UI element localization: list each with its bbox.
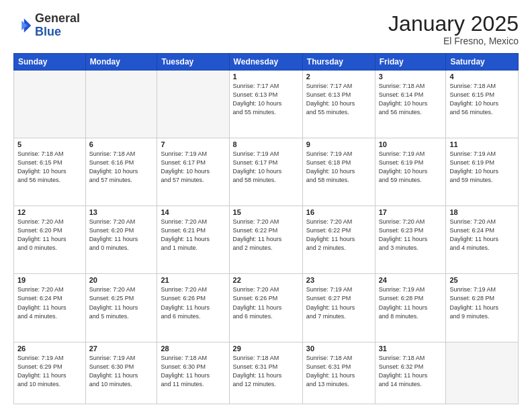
- day-info: Sunrise: 7:20 AMSunset: 6:20 PMDaylight:…: [89, 218, 154, 253]
- calendar-cell: 20Sunrise: 7:20 AMSunset: 6:25 PMDayligh…: [85, 274, 157, 342]
- day-number: 9: [306, 140, 371, 148]
- day-number: 19: [17, 276, 82, 284]
- day-info: Sunrise: 7:18 AMSunset: 6:16 PMDaylight:…: [89, 150, 154, 185]
- calendar-cell: 28Sunrise: 7:18 AMSunset: 6:30 PMDayligh…: [157, 342, 229, 404]
- calendar-week-row: 1Sunrise: 7:17 AMSunset: 6:13 PMDaylight…: [14, 71, 519, 138]
- day-number: 15: [233, 208, 299, 216]
- col-header-saturday: Saturday: [446, 54, 519, 71]
- calendar-cell: 29Sunrise: 7:18 AMSunset: 6:31 PMDayligh…: [229, 342, 302, 404]
- day-number: 17: [379, 208, 443, 216]
- day-number: 26: [17, 345, 82, 353]
- calendar-cell: 14Sunrise: 7:20 AMSunset: 6:21 PMDayligh…: [157, 206, 229, 274]
- calendar-cell: 17Sunrise: 7:20 AMSunset: 6:23 PMDayligh…: [375, 206, 446, 274]
- logo-general-text: General: [35, 11, 80, 25]
- day-info: Sunrise: 7:17 AMSunset: 6:13 PMDaylight:…: [306, 82, 371, 117]
- day-number: 24: [379, 276, 443, 284]
- day-info: Sunrise: 7:18 AMSunset: 6:14 PMDaylight:…: [379, 82, 443, 117]
- day-info: Sunrise: 7:19 AMSunset: 6:29 PMDaylight:…: [17, 354, 82, 389]
- day-number: 23: [306, 276, 371, 284]
- calendar-cell: 8Sunrise: 7:19 AMSunset: 6:17 PMDaylight…: [229, 138, 302, 206]
- day-info: Sunrise: 7:18 AMSunset: 6:32 PMDaylight:…: [379, 354, 443, 389]
- calendar-cell: [446, 342, 519, 404]
- page: General Blue January 2025 El Fresno, Mex…: [0, 0, 532, 411]
- col-header-thursday: Thursday: [302, 54, 375, 71]
- calendar-cell: 21Sunrise: 7:20 AMSunset: 6:26 PMDayligh…: [157, 274, 229, 342]
- calendar-cell: 18Sunrise: 7:20 AMSunset: 6:24 PMDayligh…: [446, 206, 519, 274]
- day-info: Sunrise: 7:20 AMSunset: 6:21 PMDaylight:…: [161, 218, 225, 253]
- day-info: Sunrise: 7:20 AMSunset: 6:20 PMDaylight:…: [17, 218, 82, 253]
- calendar-cell: 19Sunrise: 7:20 AMSunset: 6:24 PMDayligh…: [14, 274, 86, 342]
- day-number: 8: [233, 140, 299, 148]
- day-info: Sunrise: 7:18 AMSunset: 6:15 PMDaylight:…: [17, 150, 82, 185]
- day-info: Sunrise: 7:19 AMSunset: 6:17 PMDaylight:…: [233, 150, 299, 185]
- day-number: 10: [379, 140, 443, 148]
- calendar-week-row: 12Sunrise: 7:20 AMSunset: 6:20 PMDayligh…: [14, 206, 519, 274]
- calendar-cell: 9Sunrise: 7:19 AMSunset: 6:18 PMDaylight…: [302, 138, 375, 206]
- day-info: Sunrise: 7:19 AMSunset: 6:30 PMDaylight:…: [89, 354, 154, 389]
- calendar-cell: 6Sunrise: 7:18 AMSunset: 6:16 PMDaylight…: [85, 138, 157, 206]
- day-number: 31: [379, 345, 443, 353]
- day-info: Sunrise: 7:19 AMSunset: 6:28 PMDaylight:…: [449, 285, 515, 320]
- day-info: Sunrise: 7:18 AMSunset: 6:30 PMDaylight:…: [161, 354, 225, 389]
- day-info: Sunrise: 7:19 AMSunset: 6:19 PMDaylight:…: [449, 150, 515, 185]
- day-number: 6: [89, 140, 154, 148]
- header: General Blue January 2025 El Fresno, Mex…: [13, 12, 519, 46]
- day-info: Sunrise: 7:19 AMSunset: 6:17 PMDaylight:…: [161, 150, 225, 185]
- calendar-cell: 16Sunrise: 7:20 AMSunset: 6:22 PMDayligh…: [302, 206, 375, 274]
- day-info: Sunrise: 7:18 AMSunset: 6:31 PMDaylight:…: [306, 354, 371, 389]
- calendar-cell: 24Sunrise: 7:19 AMSunset: 6:28 PMDayligh…: [375, 274, 446, 342]
- day-number: 27: [89, 345, 154, 353]
- day-info: Sunrise: 7:20 AMSunset: 6:22 PMDaylight:…: [306, 218, 371, 253]
- col-header-monday: Monday: [85, 54, 157, 71]
- day-number: 14: [161, 208, 225, 216]
- day-info: Sunrise: 7:20 AMSunset: 6:22 PMDaylight:…: [233, 218, 299, 253]
- calendar-cell: [157, 71, 229, 138]
- calendar-cell: [85, 71, 157, 138]
- day-info: Sunrise: 7:20 AMSunset: 6:23 PMDaylight:…: [379, 218, 443, 253]
- day-number: 25: [449, 276, 515, 284]
- day-info: Sunrise: 7:20 AMSunset: 6:25 PMDaylight:…: [89, 285, 154, 320]
- day-info: Sunrise: 7:18 AMSunset: 6:31 PMDaylight:…: [233, 354, 299, 389]
- calendar-cell: 4Sunrise: 7:18 AMSunset: 6:15 PMDaylight…: [446, 71, 519, 138]
- day-number: 28: [161, 345, 225, 353]
- calendar-cell: 10Sunrise: 7:19 AMSunset: 6:19 PMDayligh…: [375, 138, 446, 206]
- calendar-week-row: 5Sunrise: 7:18 AMSunset: 6:15 PMDaylight…: [14, 138, 519, 206]
- month-title: January 2025: [388, 12, 519, 36]
- day-info: Sunrise: 7:19 AMSunset: 6:27 PMDaylight:…: [306, 285, 371, 320]
- calendar-cell: 5Sunrise: 7:18 AMSunset: 6:15 PMDaylight…: [14, 138, 86, 206]
- col-header-friday: Friday: [375, 54, 446, 71]
- calendar-cell: 11Sunrise: 7:19 AMSunset: 6:19 PMDayligh…: [446, 138, 519, 206]
- day-number: 7: [161, 140, 225, 148]
- day-number: 1: [233, 73, 299, 81]
- day-info: Sunrise: 7:19 AMSunset: 6:19 PMDaylight:…: [379, 150, 443, 185]
- calendar-cell: 23Sunrise: 7:19 AMSunset: 6:27 PMDayligh…: [302, 274, 375, 342]
- day-number: 30: [306, 345, 371, 353]
- day-number: 11: [449, 140, 515, 148]
- day-number: 2: [306, 73, 371, 81]
- day-number: 5: [17, 140, 82, 148]
- calendar-header-row: SundayMondayTuesdayWednesdayThursdayFrid…: [14, 54, 519, 71]
- day-number: 18: [449, 208, 515, 216]
- calendar-cell: 1Sunrise: 7:17 AMSunset: 6:13 PMDaylight…: [229, 71, 302, 138]
- logo-icon: [13, 16, 32, 35]
- calendar-cell: 26Sunrise: 7:19 AMSunset: 6:29 PMDayligh…: [14, 342, 86, 404]
- logo: General Blue: [13, 12, 80, 39]
- day-info: Sunrise: 7:19 AMSunset: 6:18 PMDaylight:…: [306, 150, 371, 185]
- subtitle: El Fresno, Mexico: [388, 36, 519, 46]
- calendar-cell: 15Sunrise: 7:20 AMSunset: 6:22 PMDayligh…: [229, 206, 302, 274]
- calendar-cell: 12Sunrise: 7:20 AMSunset: 6:20 PMDayligh…: [14, 206, 86, 274]
- title-block: January 2025 El Fresno, Mexico: [388, 12, 519, 46]
- calendar-cell: 3Sunrise: 7:18 AMSunset: 6:14 PMDaylight…: [375, 71, 446, 138]
- day-number: 22: [233, 276, 299, 284]
- day-number: 20: [89, 276, 154, 284]
- calendar-cell: 25Sunrise: 7:19 AMSunset: 6:28 PMDayligh…: [446, 274, 519, 342]
- calendar-cell: 30Sunrise: 7:18 AMSunset: 6:31 PMDayligh…: [302, 342, 375, 404]
- day-info: Sunrise: 7:20 AMSunset: 6:26 PMDaylight:…: [233, 285, 299, 320]
- day-number: 3: [379, 73, 443, 81]
- day-number: 4: [449, 73, 515, 81]
- day-number: 12: [17, 208, 82, 216]
- day-number: 16: [306, 208, 371, 216]
- calendar-cell: 27Sunrise: 7:19 AMSunset: 6:30 PMDayligh…: [85, 342, 157, 404]
- logo-blue-text: Blue: [35, 25, 61, 38]
- col-header-wednesday: Wednesday: [229, 54, 302, 71]
